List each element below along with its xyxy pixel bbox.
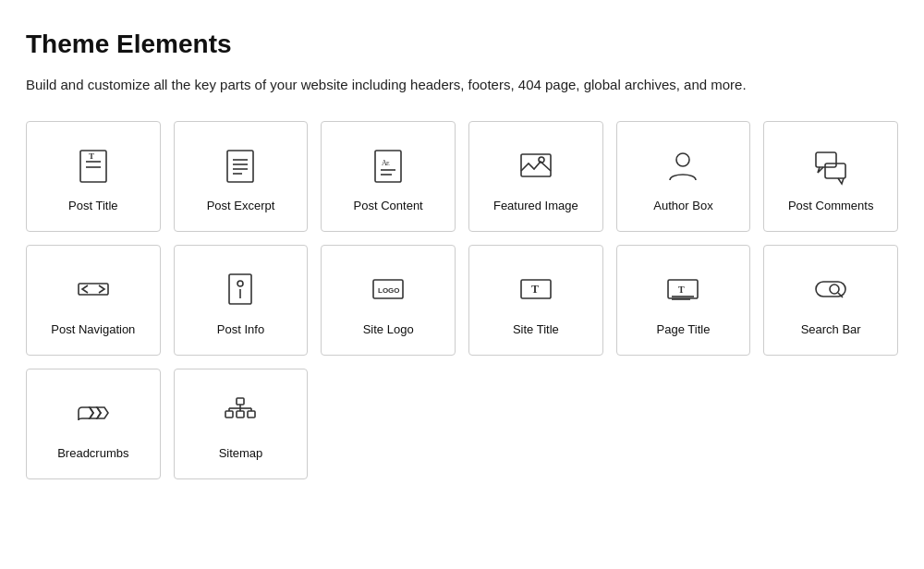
svg-rect-17 xyxy=(816,152,836,167)
page-title-heading: Theme Elements xyxy=(26,30,898,59)
post-content-icon: A E xyxy=(366,143,410,188)
card-site-logo[interactable]: LOGO Site Logo xyxy=(321,245,456,356)
post-excerpt-icon xyxy=(218,143,262,188)
card-post-info[interactable]: Post Info xyxy=(174,245,309,356)
svg-rect-35 xyxy=(225,411,233,418)
card-label-site-title: Site Title xyxy=(513,322,559,338)
post-comments-icon xyxy=(808,143,853,188)
card-search-bar[interactable]: Search Bar xyxy=(763,245,898,356)
card-post-content[interactable]: A E Post Content xyxy=(321,121,456,232)
post-info-icon xyxy=(218,267,262,311)
card-post-comments[interactable]: Post Comments xyxy=(763,121,898,232)
card-label-breadcrumbs: Breadcrumbs xyxy=(57,446,128,462)
svg-rect-31 xyxy=(816,282,845,297)
svg-rect-4 xyxy=(227,151,253,182)
card-author-box[interactable]: Author Box xyxy=(616,121,751,232)
svg-text:T: T xyxy=(678,284,685,295)
card-label-sitemap: Sitemap xyxy=(219,446,263,462)
card-breadcrumbs[interactable]: Breadcrumbs xyxy=(26,369,161,479)
page-title-icon: T xyxy=(661,267,705,311)
svg-rect-34 xyxy=(237,398,244,405)
card-featured-image[interactable]: Featured Image xyxy=(468,121,603,232)
card-label-page-title: Page Title xyxy=(657,322,711,338)
search-bar-icon xyxy=(808,267,853,311)
site-title-icon: T xyxy=(514,267,558,311)
svg-rect-37 xyxy=(248,411,255,418)
card-post-navigation[interactable]: Post Navigation xyxy=(26,245,161,356)
card-label-post-content: Post Content xyxy=(354,199,423,214)
page-description: Build and customize all the key parts of… xyxy=(26,74,898,95)
card-page-title[interactable]: T Page Title xyxy=(616,245,751,356)
post-title-icon: T xyxy=(71,143,116,188)
breadcrumbs-icon xyxy=(71,391,116,435)
svg-rect-9 xyxy=(375,151,401,182)
svg-text:LOGO: LOGO xyxy=(378,286,400,295)
sitemap-icon xyxy=(218,391,262,435)
post-navigation-icon xyxy=(71,267,116,311)
card-site-title[interactable]: T Site Title xyxy=(468,245,603,356)
card-label-site-logo: Site Logo xyxy=(363,322,414,338)
cards-grid: T Post Title Post Excerpt A E Post Conte… xyxy=(26,121,898,479)
svg-point-32 xyxy=(830,284,839,294)
svg-rect-36 xyxy=(237,411,244,418)
featured-image-icon xyxy=(514,143,558,188)
card-post-excerpt[interactable]: Post Excerpt xyxy=(174,121,309,232)
svg-point-21 xyxy=(237,281,243,286)
svg-point-16 xyxy=(676,153,689,166)
svg-rect-14 xyxy=(521,154,551,176)
card-post-title[interactable]: T Post Title xyxy=(26,121,161,232)
card-sitemap[interactable]: Sitemap xyxy=(174,369,309,479)
card-label-featured-image: Featured Image xyxy=(493,199,578,214)
card-label-post-excerpt: Post Excerpt xyxy=(207,199,275,214)
card-label-post-comments: Post Comments xyxy=(788,199,873,214)
svg-rect-18 xyxy=(825,163,845,178)
card-label-author-box: Author Box xyxy=(653,199,712,214)
site-logo-icon: LOGO xyxy=(366,267,410,311)
card-label-post-title: Post Title xyxy=(68,199,117,214)
card-label-post-info: Post Info xyxy=(217,322,264,338)
card-label-search-bar: Search Bar xyxy=(801,322,861,338)
svg-text:E: E xyxy=(386,161,390,166)
svg-text:T: T xyxy=(531,283,539,296)
card-label-post-navigation: Post Navigation xyxy=(51,322,135,338)
svg-text:T: T xyxy=(89,151,94,161)
author-box-icon xyxy=(661,143,705,188)
